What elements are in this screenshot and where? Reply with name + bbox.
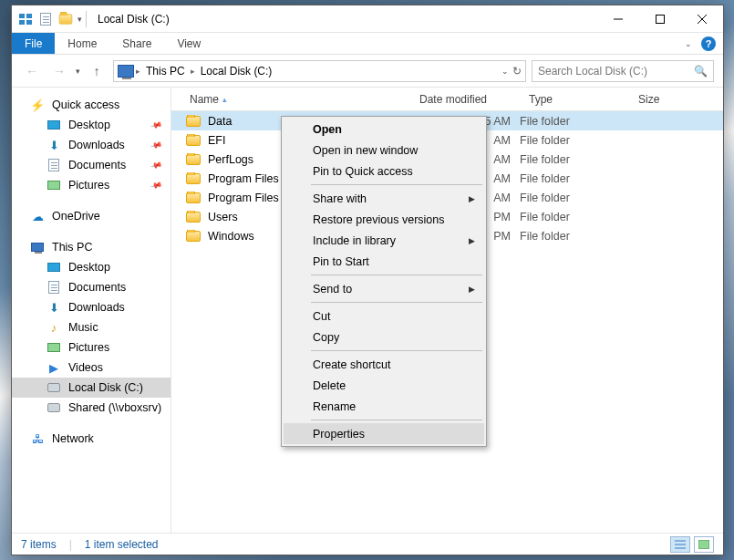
details-view-button[interactable] xyxy=(670,536,690,553)
context-menu-item[interactable]: Restore previous versions xyxy=(284,209,484,230)
search-icon: 🔍 xyxy=(694,65,708,78)
nav-onedrive[interactable]: ☁ OneDrive xyxy=(12,206,171,226)
file-name: Users xyxy=(208,211,238,223)
context-menu-item[interactable]: Include in library▶ xyxy=(284,230,484,251)
nav-pc-item[interactable]: ⬇Downloads xyxy=(12,297,171,317)
menu-separator xyxy=(311,184,482,185)
app-icon xyxy=(17,11,34,27)
file-type: File folder xyxy=(520,211,629,223)
status-item-count: 7 items xyxy=(21,538,57,551)
navigation-pane: ⚡ Quick access Desktop📌⬇Downloads📌Docume… xyxy=(12,88,171,533)
file-name: Program Files xyxy=(208,172,279,185)
downloads-icon: ⬇ xyxy=(47,300,61,315)
address-dropdown-icon[interactable]: ⌄ xyxy=(501,67,509,76)
menu-separator xyxy=(311,302,482,303)
close-button[interactable] xyxy=(681,5,723,32)
context-menu-item[interactable]: Create shortcut xyxy=(284,354,484,375)
tab-share[interactable]: Share xyxy=(109,33,164,54)
column-name[interactable]: Name▴ xyxy=(171,88,410,110)
chevron-right-icon[interactable]: ▸ xyxy=(136,67,140,76)
nav-pc-item[interactable]: Documents xyxy=(12,277,171,297)
properties-qat-icon[interactable] xyxy=(37,11,54,27)
crumb-this-pc[interactable]: This PC xyxy=(142,65,189,78)
file-explorer-window: ▾ Local Disk (C:) File Home Share xyxy=(11,5,724,555)
history-dropdown-icon[interactable]: ▾ xyxy=(76,67,80,76)
menu-separator xyxy=(311,350,482,351)
column-headers: Name▴ Date modified Type Size xyxy=(171,88,723,111)
folder-icon xyxy=(186,135,201,146)
column-type[interactable]: Type xyxy=(520,88,629,110)
file-tab[interactable]: File xyxy=(12,33,55,54)
file-list[interactable]: Data5/14/2015 2:15 AMFile folderEFIAMFil… xyxy=(171,111,723,533)
svg-rect-5 xyxy=(656,15,665,23)
column-date[interactable]: Date modified xyxy=(410,88,520,110)
up-button[interactable]: ↑ xyxy=(86,60,108,82)
onedrive-icon: ☁ xyxy=(30,209,45,223)
maximize-button[interactable] xyxy=(639,5,681,32)
folder-icon xyxy=(186,212,201,223)
nav-pc-item[interactable]: ▶Videos xyxy=(12,358,171,378)
submenu-arrow-icon: ▶ xyxy=(469,285,475,294)
nav-pc-item[interactable]: Pictures xyxy=(12,337,171,358)
context-menu-item[interactable]: Properties xyxy=(284,423,484,444)
pc-icon xyxy=(118,65,134,78)
nav-pc-item[interactable]: Local Disk (C:) xyxy=(12,378,171,398)
svg-rect-11 xyxy=(698,540,709,549)
ribbon-expand-icon[interactable]: ⌄ xyxy=(685,39,692,48)
thumbnails-view-button[interactable] xyxy=(694,536,714,553)
nav-pc-item[interactable]: Desktop xyxy=(12,257,171,277)
nav-pc-item[interactable]: ♪Music xyxy=(12,317,171,337)
nav-this-pc[interactable]: This PC xyxy=(12,237,171,257)
back-button[interactable]: ← xyxy=(21,60,43,82)
refresh-icon[interactable]: ↻ xyxy=(512,65,522,78)
crumb-local-disk[interactable]: Local Disk (C:) xyxy=(197,65,276,78)
context-menu-item[interactable]: Share with▶ xyxy=(284,188,484,209)
desktop-icon xyxy=(47,260,61,275)
nav-quick-item[interactable]: Desktop📌 xyxy=(12,115,171,135)
tab-view[interactable]: View xyxy=(164,33,213,54)
context-menu-item[interactable]: Cut xyxy=(284,306,484,327)
file-type: File folder xyxy=(520,134,629,147)
column-size[interactable]: Size xyxy=(629,88,723,110)
tab-home[interactable]: Home xyxy=(55,33,109,54)
minimize-button[interactable] xyxy=(597,5,639,32)
context-menu-item[interactable]: Open in new window xyxy=(284,140,484,161)
nav-quick-item[interactable]: Documents📌 xyxy=(12,155,171,175)
new-folder-qat-icon[interactable] xyxy=(57,11,74,27)
menu-separator xyxy=(311,420,482,420)
content-pane: Name▴ Date modified Type Size Data5/14/2… xyxy=(171,88,723,533)
disk-icon xyxy=(47,400,61,415)
context-menu-item[interactable]: Pin to Start xyxy=(284,251,484,272)
documents-icon xyxy=(47,158,61,172)
ribbon-tabs: File Home Share View ⌄ ? xyxy=(12,33,723,55)
svg-rect-2 xyxy=(19,20,25,25)
folder-icon xyxy=(186,154,201,165)
nav-pc-item[interactable]: Shared (\\vboxsrv) xyxy=(12,398,171,418)
nav-quick-item[interactable]: ⬇Downloads📌 xyxy=(12,135,171,155)
help-icon[interactable]: ? xyxy=(701,36,716,51)
file-name: EFI xyxy=(208,134,225,147)
svg-rect-3 xyxy=(26,20,32,25)
chevron-right-icon[interactable]: ▸ xyxy=(191,67,195,76)
downloads-icon: ⬇ xyxy=(47,138,61,152)
nav-network[interactable]: 🖧 Network xyxy=(12,429,171,449)
nav-quick-item[interactable]: Pictures📌 xyxy=(12,175,171,195)
search-input[interactable]: Search Local Disk (C:) 🔍 xyxy=(532,60,714,82)
svg-rect-0 xyxy=(19,14,25,18)
search-placeholder: Search Local Disk (C:) xyxy=(538,65,647,78)
pc-icon xyxy=(30,240,45,254)
forward-button[interactable]: → xyxy=(48,60,70,82)
file-type: File folder xyxy=(520,153,629,166)
qat-dropdown-icon[interactable]: ▾ xyxy=(78,15,82,24)
address-bar[interactable]: ▸ This PC ▸ Local Disk (C:) ⌄ ↻ xyxy=(113,60,526,82)
nav-quick-access[interactable]: ⚡ Quick access xyxy=(12,95,171,115)
context-menu-item[interactable]: Send to▶ xyxy=(284,278,484,299)
context-menu-item[interactable]: Open xyxy=(284,119,484,140)
desktop-icon xyxy=(47,118,61,132)
file-name: PerfLogs xyxy=(208,153,253,166)
context-menu-item[interactable]: Copy xyxy=(284,327,484,347)
context-menu-item[interactable]: Delete xyxy=(284,375,484,396)
context-menu-item[interactable]: Pin to Quick access xyxy=(284,161,484,181)
music-icon: ♪ xyxy=(47,320,61,335)
context-menu-item[interactable]: Rename xyxy=(284,396,484,417)
